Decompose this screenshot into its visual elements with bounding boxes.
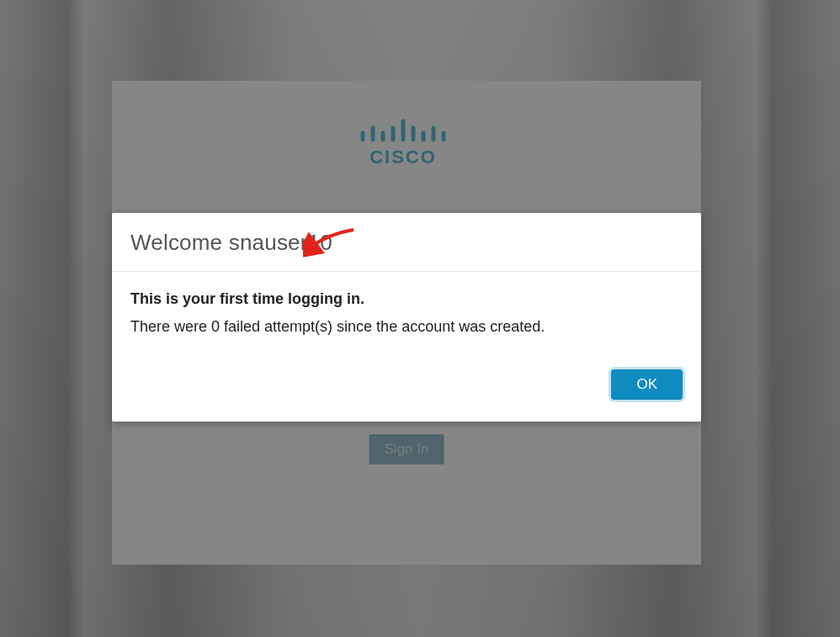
dialog-title: Welcome snauser10 <box>130 230 332 255</box>
failed-attempts-message: There were 0 failed attempt(s) since the… <box>130 318 683 336</box>
dialog-header: Welcome snauser10 <box>112 213 701 272</box>
welcome-dialog: Welcome snauser10 This is your first tim… <box>112 213 701 422</box>
dialog-footer: OK <box>112 369 701 422</box>
ok-button[interactable]: OK <box>611 369 683 400</box>
dialog-body: This is your first time logging in. Ther… <box>112 272 701 369</box>
first-time-message: This is your first time logging in. <box>130 290 683 308</box>
